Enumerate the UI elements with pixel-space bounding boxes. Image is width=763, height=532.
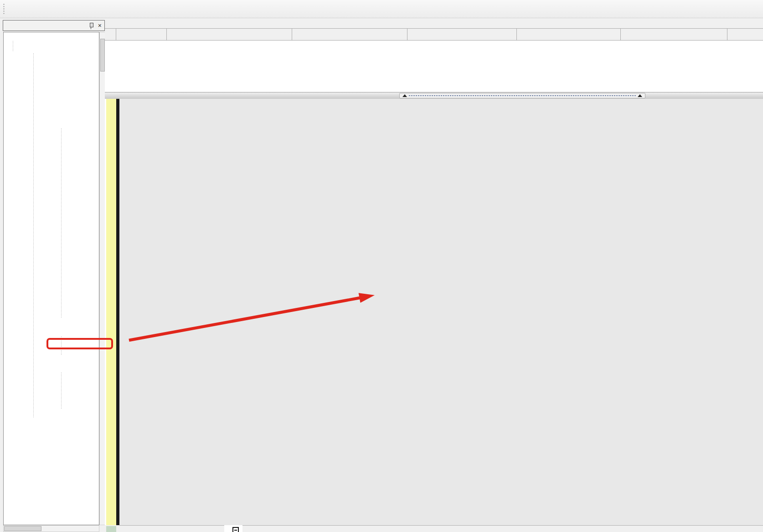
section-row [224, 525, 242, 532]
horizontal-splitter[interactable] [105, 92, 763, 99]
tree-connector [33, 53, 34, 418]
pin-icon[interactable] [89, 22, 93, 29]
tree-connector [61, 373, 62, 409]
ladder-margin-strip [106, 99, 116, 525]
section-collapse-button[interactable] [232, 527, 239, 532]
margin-corner [106, 526, 116, 532]
column-header[interactable] [621, 29, 727, 41]
project-tree [3, 32, 99, 525]
scrollbar-thumb[interactable] [100, 39, 105, 72]
main-toolbar [0, 0, 763, 18]
column-header[interactable] [292, 29, 407, 41]
local-symbol-table [105, 18, 763, 92]
annotation-highlight-box [46, 338, 113, 349]
ladder-editor [105, 99, 763, 525]
column-header[interactable] [116, 29, 167, 41]
splitter-grip[interactable] [399, 93, 645, 98]
tree-connector [61, 128, 62, 318]
column-header[interactable] [407, 29, 517, 41]
collapse-up-icon[interactable] [638, 92, 642, 97]
project-manager-panel: × [2, 19, 106, 532]
ladder-rungs [378, 99, 624, 525]
toolbar-grip[interactable] [3, 3, 5, 15]
column-header[interactable] [517, 29, 621, 41]
collapse-up-icon[interactable] [402, 92, 407, 97]
close-icon[interactable]: × [98, 22, 102, 29]
table-title [105, 18, 763, 29]
splitter-dots[interactable] [408, 95, 636, 97]
column-header-filler [727, 29, 763, 41]
tree-connector [13, 41, 13, 51]
column-header[interactable] [167, 29, 292, 41]
scrollbar-thumb[interactable] [4, 526, 41, 531]
table-body [105, 41, 763, 93]
table-header [105, 29, 763, 41]
row-header [105, 29, 116, 41]
panel-header: × [3, 20, 105, 31]
ladder-left-bus [116, 99, 119, 525]
tree-horizontal-scrollbar[interactable] [3, 525, 99, 532]
